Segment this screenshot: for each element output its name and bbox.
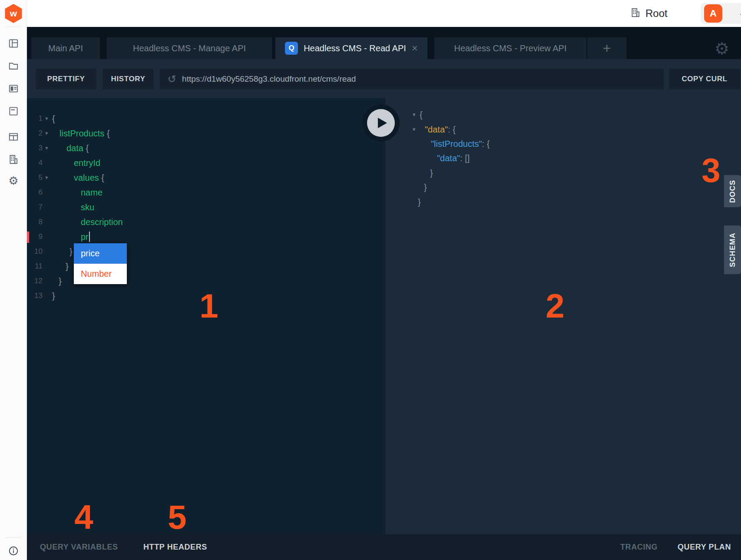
tracing-toggle[interactable]: TRACING bbox=[620, 534, 658, 560]
cursor-caret bbox=[89, 232, 90, 242]
code-line: 13 } bbox=[0, 288, 385, 303]
settings-gear-button[interactable]: ⚙ bbox=[712, 39, 731, 58]
code-line: 9 pr bbox=[0, 229, 385, 244]
play-icon bbox=[377, 117, 387, 129]
code-line: 6 name bbox=[0, 185, 385, 200]
code-line: 10 } bbox=[0, 244, 385, 259]
active-line-marker bbox=[27, 232, 29, 243]
line-number: 3 bbox=[27, 141, 43, 156]
http-headers-toggle[interactable]: HTTP HEADERS bbox=[143, 534, 207, 560]
line-number: 9 bbox=[27, 229, 43, 244]
line-number: 4 bbox=[27, 156, 43, 170]
query-variables-toggle[interactable]: QUERY VARIABLES bbox=[40, 534, 118, 560]
tab-label: Headless CMS - Read API bbox=[304, 43, 406, 53]
settings-gear-icon[interactable]: ⚙ bbox=[8, 175, 19, 186]
code-line: 5 ▾ values { bbox=[0, 170, 385, 185]
sidebar-bottom-divider bbox=[5, 537, 22, 538]
avatar[interactable]: A bbox=[704, 4, 722, 23]
line-number: 11 bbox=[27, 259, 43, 274]
line-number: 7 bbox=[27, 200, 43, 215]
code-line: 7 sku bbox=[0, 200, 385, 215]
close-icon[interactable]: × bbox=[412, 43, 418, 53]
sidebar: w ⚙ bbox=[0, 0, 27, 560]
execute-button-inner[interactable] bbox=[367, 109, 395, 137]
history-button[interactable]: HISTORY bbox=[103, 69, 154, 89]
code-line: 1 ▾ { bbox=[0, 111, 385, 126]
code-line: 2 ▾ listProducts { bbox=[0, 126, 385, 141]
fold-arrow-icon[interactable]: ▾ bbox=[413, 122, 416, 137]
account-menu[interactable]: A bbox=[701, 3, 741, 24]
code-line: 11 } bbox=[0, 259, 385, 274]
tab-label: Main API bbox=[48, 43, 83, 53]
page-builder-icon[interactable] bbox=[8, 83, 19, 94]
tab-manage-api[interactable]: Headless CMS - Manage API bbox=[107, 37, 272, 59]
annotation-2: 2 bbox=[546, 289, 564, 323]
line-number: 12 bbox=[27, 274, 43, 288]
layout-icon[interactable] bbox=[8, 38, 19, 49]
webiny-logo[interactable]: w bbox=[4, 3, 23, 23]
reset-icon[interactable]: ↺ bbox=[168, 73, 176, 85]
top-header: Root A bbox=[27, 0, 741, 27]
prettify-button[interactable]: PRETTIFY bbox=[36, 69, 96, 89]
autocomplete-dropdown: price Number bbox=[74, 243, 127, 284]
tab-preview-api[interactable]: Headless CMS - Preview API bbox=[434, 37, 586, 59]
plus-icon: + bbox=[603, 40, 611, 56]
line-number: 10 bbox=[27, 244, 43, 259]
line-number: 6 bbox=[27, 185, 43, 200]
line-number: 5 bbox=[27, 170, 43, 185]
tab-main-api[interactable]: Main API bbox=[31, 37, 100, 59]
tenant-selector[interactable]: Root bbox=[630, 0, 668, 27]
folder-icon[interactable] bbox=[8, 60, 19, 72]
tenant-building-icon[interactable] bbox=[8, 154, 19, 165]
annotation-3: 3 bbox=[701, 153, 720, 187]
code-line: 8 description bbox=[0, 215, 385, 229]
fold-arrow-icon[interactable]: ▾ bbox=[45, 126, 52, 141]
annotation-4: 4 bbox=[74, 500, 93, 534]
sidebar-divider bbox=[5, 27, 22, 27]
form-builder-icon[interactable] bbox=[8, 106, 19, 117]
line-number: 13 bbox=[27, 288, 43, 303]
footer-bar: QUERY VARIABLES HTTP HEADERS TRACING QUE… bbox=[27, 534, 741, 560]
info-icon[interactable] bbox=[8, 545, 19, 557]
query-plan-toggle[interactable]: QUERY PLAN bbox=[678, 534, 731, 560]
app-container: w ⚙ Root bbox=[0, 0, 741, 560]
add-tab-button[interactable]: + bbox=[587, 37, 626, 59]
code-line: 3 ▾ data { bbox=[0, 141, 385, 156]
line-number: 2 bbox=[27, 126, 43, 141]
autocomplete-item-number[interactable]: Number bbox=[74, 264, 127, 284]
tab-read-api[interactable]: Q Headless CMS - Read API × bbox=[275, 37, 427, 59]
tenant-name: Root bbox=[645, 7, 668, 20]
line-number: 8 bbox=[27, 215, 43, 229]
building-icon bbox=[630, 7, 641, 20]
fold-arrow-icon[interactable]: ▾ bbox=[45, 170, 52, 185]
copy-curl-button[interactable]: COPY CURL bbox=[669, 69, 740, 89]
cms-table-icon[interactable] bbox=[8, 131, 19, 142]
query-badge: Q bbox=[285, 42, 298, 55]
toolbar: PRETTIFY HISTORY ↺ COPY CURL bbox=[27, 59, 741, 98]
tab-label: Headless CMS - Preview API bbox=[454, 43, 567, 53]
url-bar: ↺ bbox=[160, 69, 664, 89]
fold-arrow-icon[interactable]: ▾ bbox=[45, 141, 52, 156]
docs-tab[interactable]: DOCS bbox=[724, 175, 741, 207]
fold-arrow-icon[interactable]: ▾ bbox=[45, 111, 52, 126]
tab-bar: Main API Headless CMS - Manage API Q Hea… bbox=[27, 27, 741, 59]
schema-tab[interactable]: SCHEMA bbox=[724, 225, 741, 274]
code-line: 12 } bbox=[0, 274, 385, 288]
annotation-5: 5 bbox=[168, 500, 186, 534]
fold-arrow-icon[interactable]: ▾ bbox=[413, 107, 416, 122]
autocomplete-item-price[interactable]: price bbox=[74, 243, 127, 264]
tab-label: Headless CMS - Manage API bbox=[133, 43, 246, 53]
line-number: 1 bbox=[27, 111, 43, 126]
url-input[interactable] bbox=[182, 74, 664, 84]
code-line: 4 entryId bbox=[0, 156, 385, 170]
annotation-1: 1 bbox=[199, 289, 218, 323]
logo-letter: w bbox=[10, 8, 17, 18]
